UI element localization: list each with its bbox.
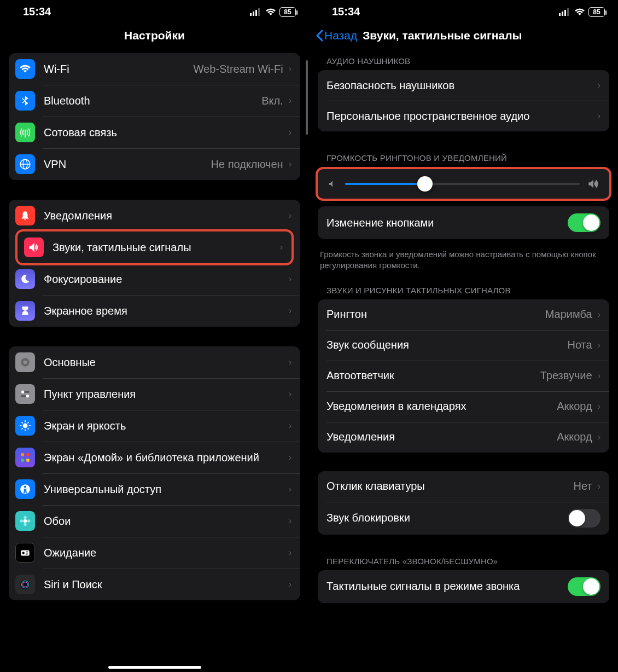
row-voicemail[interactable]: Автоответчик Трезвучие › — [318, 361, 609, 391]
row-vpn[interactable]: VPN Не подключен › — [9, 148, 300, 180]
row-value: Аккорд — [557, 400, 592, 413]
row-calendar-alerts[interactable]: Уведомления в календарях Аккорд › — [318, 391, 609, 422]
row-bluetooth[interactable]: Bluetooth Вкл. › — [9, 85, 300, 117]
row-control-center[interactable]: Пункт управления › — [9, 378, 300, 410]
highlighted-row: Звуки, тактильные сигналы › — [15, 229, 294, 265]
svg-rect-2 — [255, 10, 257, 16]
row-general[interactable]: Основные › — [9, 346, 300, 378]
row-ringtone[interactable]: Рингтон Маримба › — [318, 299, 609, 330]
sun-icon — [15, 416, 35, 436]
row-label: VPN — [44, 158, 207, 171]
section-header: АУДИО НАУШНИКОВ — [309, 53, 618, 70]
settings-group-general: Основные › Пункт управления › Экран и яр… — [9, 346, 300, 600]
chevron-right-icon: › — [289, 453, 291, 462]
page-title: Настройки — [0, 21, 309, 53]
row-label: Рингтон — [327, 308, 541, 321]
chevron-right-icon: › — [598, 371, 600, 381]
switches-icon — [15, 384, 35, 404]
row-label: Экран «Домой» и библиотека приложений — [44, 451, 283, 464]
group-sounds: Рингтон Маримба › Звук сообщения Нота › … — [318, 299, 609, 453]
svg-point-8 — [24, 361, 27, 364]
group-change-buttons: Изменение кнопками — [318, 206, 609, 239]
person-icon — [15, 479, 35, 499]
back-button[interactable]: Назад — [316, 29, 357, 42]
row-label: Фокусирование — [44, 273, 283, 286]
row-label: Сотовая связь — [44, 126, 283, 139]
row-headphone-safety[interactable]: Безопасность наушников › — [318, 70, 609, 101]
slider-thumb[interactable] — [417, 176, 433, 192]
svg-line-21 — [27, 422, 28, 423]
row-standby[interactable]: Ожидание › — [9, 537, 300, 569]
svg-rect-41 — [559, 13, 561, 16]
speaker-icon — [24, 237, 44, 257]
row-label: Безопасность наушников — [327, 79, 592, 92]
svg-point-10 — [21, 390, 25, 393]
row-text-tone[interactable]: Звук сообщения Нота › — [318, 330, 609, 361]
row-display[interactable]: Экран и яркость › — [9, 410, 300, 442]
row-label: Персональное пространственное аудио — [327, 110, 592, 123]
row-label: Основные — [44, 356, 283, 369]
row-notifications[interactable]: Уведомления › — [9, 200, 300, 231]
row-value: Web-Stream Wi-Fi — [194, 63, 283, 76]
row-wifi[interactable]: Wi-Fi Web-Stream Wi-Fi › — [9, 53, 300, 85]
chevron-left-icon — [316, 30, 323, 42]
row-cellular[interactable]: Сотовая связь › — [9, 117, 300, 148]
switch-haptics-ring[interactable] — [568, 577, 600, 596]
home-indicator[interactable] — [108, 666, 201, 669]
clock: 15:34 — [332, 5, 360, 18]
cellular-icon — [559, 8, 571, 16]
row-label: Экран и яркость — [44, 420, 283, 432]
chevron-right-icon: › — [289, 389, 291, 399]
section-header: ЗВУКИ И РИСУНКИ ТАКТИЛЬНЫХ СИГНАЛОВ — [309, 282, 618, 299]
row-siri[interactable]: Siri и Поиск › — [9, 569, 300, 600]
chevron-right-icon: › — [289, 159, 291, 169]
nav-bar: Назад Звуки, тактильные сигналы — [309, 21, 618, 53]
chevron-right-icon: › — [598, 432, 600, 442]
row-wallpaper[interactable]: Обои › — [9, 505, 300, 537]
settings-group-notifications: Уведомления › Звуки, тактильные сигналы … — [9, 200, 300, 327]
chevron-right-icon: › — [289, 211, 291, 221]
volume-slider[interactable] — [345, 183, 580, 185]
row-value: Нет — [574, 480, 592, 493]
row-value: Трезвучие — [540, 369, 592, 382]
row-reminder-alerts[interactable]: Уведомления Аккорд › — [318, 422, 609, 453]
row-value: Аккорд — [557, 431, 592, 443]
wifi-status-icon — [574, 8, 585, 16]
row-spatial-audio[interactable]: Персональное пространственное аудио › — [318, 101, 609, 131]
chevron-right-icon: › — [289, 128, 291, 137]
svg-rect-0 — [250, 13, 252, 16]
chevron-right-icon: › — [289, 274, 291, 284]
row-focus[interactable]: Фокусирование › — [9, 263, 300, 295]
svg-line-18 — [21, 422, 22, 423]
row-sounds[interactable]: Звуки, тактильные сигналы › — [18, 231, 291, 263]
svg-point-32 — [20, 519, 24, 523]
svg-rect-36 — [26, 553, 28, 553]
row-label: Ожидание — [44, 547, 283, 559]
settings-screen: 15:34 85 Настройки Wi-Fi Web-Stream Wi-F… — [0, 0, 309, 672]
clock-icon — [15, 543, 35, 563]
chevron-right-icon: › — [289, 421, 291, 431]
row-haptics-ring[interactable]: Тактильные сигналы в режиме звонка — [318, 570, 609, 603]
svg-rect-43 — [564, 10, 566, 16]
highlighted-slider — [316, 167, 611, 201]
switch-lock-sound[interactable] — [568, 509, 600, 528]
chevron-right-icon: › — [289, 306, 291, 316]
switch-change-buttons[interactable] — [568, 213, 600, 232]
row-change-buttons[interactable]: Изменение кнопками — [318, 206, 609, 239]
row-accessibility[interactable]: Универсальный доступ › — [9, 473, 300, 505]
svg-rect-35 — [26, 552, 28, 552]
row-lock-sound[interactable]: Звук блокировки — [318, 502, 609, 535]
row-home-screen[interactable]: Экран «Домой» и библиотека приложений › — [9, 442, 300, 473]
battery-indicator: 85 — [279, 7, 296, 17]
scrollbar[interactable] — [306, 60, 308, 135]
antenna-icon — [15, 123, 35, 142]
row-keyboard-feedback[interactable]: Отклик клавиатуры Нет › — [318, 471, 609, 502]
row-value: Маримба — [545, 308, 592, 321]
svg-point-34 — [22, 552, 25, 554]
svg-rect-42 — [562, 11, 563, 16]
bell-icon — [15, 206, 35, 225]
chevron-right-icon: › — [289, 548, 291, 558]
row-screentime[interactable]: Экранное время › — [9, 295, 300, 327]
svg-rect-22 — [21, 453, 24, 456]
volume-high-icon — [587, 178, 599, 190]
